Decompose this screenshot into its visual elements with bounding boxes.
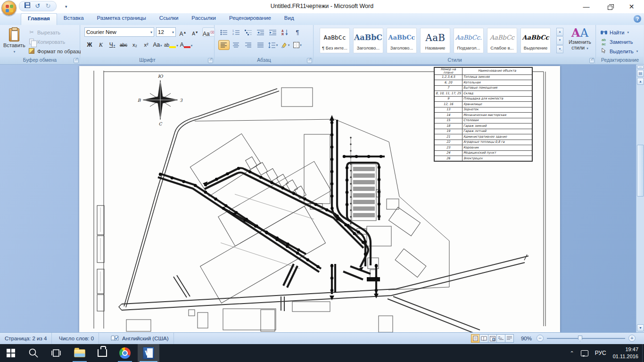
styles-dialog-launcher[interactable] (589, 58, 594, 63)
line-spacing-button[interactable]: ▾ (267, 40, 279, 50)
tab-Ссылки[interactable]: Ссылки (153, 13, 185, 25)
paragraph-dialog-launcher[interactable] (307, 58, 312, 63)
font-dialog-launcher[interactable] (208, 58, 213, 63)
clear-formatting-button[interactable]: Aa⌫ (202, 27, 215, 37)
style-card[interactable]: AaBbCc.Подзагол... (454, 28, 484, 53)
format-painter-button[interactable]: Формат по образцу (28, 47, 84, 56)
tab-Вид[interactable]: Вид (278, 13, 301, 25)
tab-Вставка[interactable]: Вставка (57, 13, 91, 25)
zoom-track[interactable] (547, 338, 625, 339)
font-size-combo[interactable]: 12▾ (156, 27, 176, 37)
zoom-level[interactable]: 90% (521, 333, 532, 344)
bullets-button[interactable] (218, 27, 230, 37)
styles-scroll-down-icon[interactable]: ▼ (556, 36, 563, 44)
paste-button[interactable]: Вставить▾ (3, 27, 25, 55)
highlight-button[interactable]: ab▾ (164, 40, 179, 49)
decrease-indent-button[interactable] (255, 27, 266, 37)
start-button[interactable] (0, 344, 22, 362)
style-card[interactable]: AaBbCЗаголово... (353, 28, 383, 53)
italic-button[interactable]: К (96, 40, 106, 49)
superscript-button[interactable]: x² (141, 40, 151, 49)
web-layout-view-icon[interactable] (488, 334, 497, 343)
zoom-in-icon[interactable]: + (628, 335, 636, 342)
style-card[interactable]: AaBbCc¶ Без инте... (320, 28, 350, 53)
style-card[interactable]: AaBbCcСлабое в... (487, 28, 517, 53)
align-left-button[interactable] (218, 40, 230, 50)
file-explorer-button[interactable] (69, 344, 91, 362)
close-button[interactable]: ✕ (621, 0, 642, 13)
word-count[interactable]: Число слов: 0 (54, 333, 99, 344)
tray-clock[interactable]: 19:47 01.11.2016 (613, 346, 642, 360)
underline-button[interactable]: Ч▾ (107, 40, 117, 49)
fullscreen-reading-view-icon[interactable] (479, 334, 488, 343)
clipboard-dialog-launcher[interactable] (74, 58, 79, 63)
ribbon: Вставить▾ ✂ Вырезать Копировать Формат п… (0, 25, 644, 65)
document-page[interactable]: Ю В З С Номер на плане Наименование объе… (79, 66, 560, 332)
vertical-scrollbar[interactable]: — ▤ ▲ ▼ (636, 65, 644, 332)
legend-row: 22Аграрные теплицы 0,8 га (434, 140, 532, 145)
chrome-button[interactable] (114, 344, 136, 362)
font-name-combo[interactable]: Courier New▾ (84, 27, 154, 37)
show-desktop-button[interactable] (642, 344, 644, 362)
change-case-button[interactable]: Aa▾ (152, 40, 163, 49)
tab-Рассылки[interactable]: Рассылки (185, 13, 223, 25)
numbering-button[interactable]: 1.2. (231, 27, 242, 37)
tab-Главная[interactable]: Главная (21, 13, 57, 25)
grow-font-button[interactable]: A▲ (178, 27, 188, 37)
borders-button[interactable]: ▾ (292, 40, 303, 50)
spellcheck-icon (111, 335, 119, 341)
scroll-down-icon[interactable]: ▼ (637, 324, 644, 331)
find-button[interactable]: Найти▾ (600, 28, 629, 37)
action-center-icon[interactable] (581, 350, 588, 356)
increase-indent-button[interactable] (267, 27, 279, 37)
draft-view-icon[interactable] (505, 334, 514, 343)
align-center-button[interactable] (231, 40, 242, 50)
legend-row: 23Коровник (434, 145, 532, 151)
change-styles-button[interactable]: AA Изменить стили ▾ (566, 27, 594, 56)
word-taskbar-button[interactable] (138, 344, 159, 362)
font-color-button[interactable]: A▾ (180, 40, 193, 49)
strikethrough-button[interactable]: abc (118, 40, 129, 49)
page-indicator[interactable]: Страница: 2 из 4 (0, 333, 52, 344)
language-indicator[interactable]: Английский (США) (106, 333, 174, 344)
style-name: Заголово... (354, 45, 383, 50)
task-view-button[interactable] (45, 344, 67, 362)
justify-button[interactable] (255, 40, 266, 50)
print-layout-view-icon[interactable] (471, 334, 480, 343)
tab-Разметка страницы[interactable]: Разметка страницы (91, 13, 153, 25)
styles-more-icon[interactable]: ▼̲ (556, 45, 563, 53)
copy-button[interactable]: Копировать (28, 37, 65, 46)
cut-button[interactable]: ✂ Вырезать (28, 28, 60, 37)
copy-icon (28, 39, 35, 45)
style-card[interactable]: AaBbCcВыделение (520, 28, 551, 53)
select-button[interactable]: Выделить▾ (600, 47, 638, 56)
taskbar-search-button[interactable] (23, 344, 44, 362)
outline-view-icon[interactable] (496, 334, 505, 343)
ruler-toggle-icon[interactable]: ▤ (637, 70, 644, 77)
styles-scroll-up-icon[interactable]: ▲ (556, 28, 563, 36)
subscript-button[interactable]: x₂ (130, 40, 140, 49)
sort-button[interactable]: АЯ (280, 27, 291, 37)
show-marks-button[interactable]: ¶ (292, 27, 303, 37)
style-card[interactable]: АаВНазвание (420, 28, 450, 53)
bold-button[interactable]: Ж (84, 40, 95, 49)
office-button[interactable] (1, 0, 17, 16)
tray-language[interactable]: РУС (595, 350, 606, 356)
restore-button[interactable] (599, 0, 620, 13)
multilevel-list-button[interactable] (243, 27, 254, 37)
zoom-handle[interactable] (578, 336, 582, 341)
zoom-out-icon[interactable]: − (537, 335, 544, 342)
tray-chevron-icon[interactable]: ⌃ (570, 350, 574, 356)
shrink-font-button[interactable]: A▼ (190, 27, 200, 37)
split-handle-icon[interactable]: — (637, 66, 644, 69)
tab-Рецензирование[interactable]: Рецензирование (223, 13, 278, 25)
scroll-up-icon[interactable]: ▲ (637, 78, 644, 85)
shading-button[interactable]: ▾ (280, 40, 291, 50)
replace-button[interactable]: abac Заменить (600, 37, 633, 46)
store-button[interactable] (91, 344, 113, 362)
align-right-button[interactable] (243, 40, 254, 50)
style-card[interactable]: AaBbCcЗаголово... (387, 28, 417, 53)
help-icon[interactable]: ? (634, 15, 641, 23)
minimize-button[interactable]: — (576, 0, 597, 13)
scrollbar-thumb[interactable] (637, 145, 644, 197)
